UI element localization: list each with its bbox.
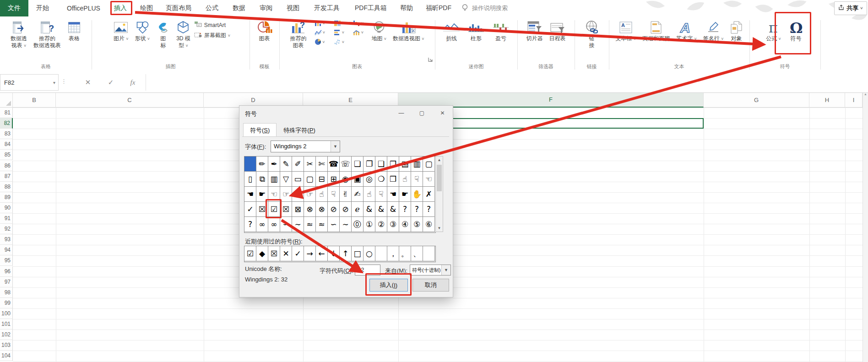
symbol-cell[interactable]: ⧉ [256,172,268,187]
recent-symbol-cell[interactable]: ↑ [340,246,352,261]
recent-symbol-cell[interactable]: 。 [399,246,411,261]
formula-input[interactable] [146,74,868,91]
symbol-cell[interactable]: ☛ [399,187,411,202]
symbol-cell[interactable]: ∽ [328,217,340,232]
row-header-101[interactable]: 101 [0,319,13,330]
menu-item-9[interactable]: 视图 [287,0,299,16]
row-header-103[interactable]: 103 [0,340,13,351]
dialog-launcher-icon[interactable] [428,57,433,63]
symbol-cell[interactable]: ⊘ [328,202,340,217]
header-footer-button[interactable]: 页眉和页脚 [640,18,673,43]
symbol-cell[interactable]: ❍ [375,172,387,187]
text-box-button[interactable]: A文本框 ˅ [613,18,639,43]
scroll-down-icon[interactable]: ▼ [436,226,443,230]
waterfall-chart-button[interactable]: ˅ [348,20,368,27]
symbol-cell[interactable]: ▽ [280,172,292,187]
symbol-cell[interactable]: ⊟ [316,172,328,187]
recent-symbol-cell[interactable]: ○ [363,246,375,261]
row-header-96[interactable]: 96 [0,266,13,277]
symbol-cell[interactable]: ☚ [387,187,399,202]
symbol-cell[interactable]: ▢ [423,157,435,172]
maximize-icon[interactable]: ▢ [412,106,432,120]
wordart-button[interactable]: A艺术字 ˅ [673,18,700,43]
chart-templates-button[interactable]: 图表 [254,18,275,43]
row-header-92[interactable]: 92 [0,224,13,234]
symbol-cell[interactable]: ❒ [387,172,399,187]
symbol-cell[interactable]: ✒ [268,157,280,172]
line-chart-button[interactable]: ˅ [310,29,329,36]
symbol-cell[interactable]: ▤ [399,157,411,172]
menu-item-file[interactable]: 文件 [0,0,28,16]
symbol-cell[interactable]: ☜ [268,187,280,202]
row-header-95[interactable]: 95 [0,255,13,266]
row-header-83[interactable]: 83 [0,129,13,139]
tell-me-search[interactable]: 操作说明搜索 [461,0,508,16]
recent-symbol-cell[interactable]: ◆ [256,246,268,261]
recent-symbol-cell[interactable]: → [304,246,316,261]
symbol-cell[interactable]: ☜ [292,187,304,202]
row-header-86[interactable]: 86 [0,161,13,171]
bar-chart-button[interactable]: ˅ [329,29,348,36]
symbol-cell[interactable]: ℯ [352,202,363,217]
symbol-cell[interactable]: ☟ [411,172,423,187]
symbol-cell[interactable] [244,157,256,172]
symbol-cell[interactable]: ∼ [292,217,304,232]
symbol-cell[interactable]: ☝ [399,172,411,187]
symbol-cell[interactable]: ▭ [292,172,304,187]
row-header-94[interactable]: 94 [0,245,13,255]
symbol-cell[interactable]: ⓪ [352,217,363,232]
maps-button[interactable]: 地图 ˅ [369,18,389,43]
symbol-cell[interactable]: ☝ [363,187,375,202]
symbol-cell[interactable]: ∽ [280,217,292,232]
row-header-98[interactable]: 98 [0,287,13,298]
font-combobox[interactable]: Wingdings 2 ▼ [271,140,340,152]
insert-function-icon[interactable]: fx [124,74,142,91]
symbol-cell[interactable]: ☟ [328,187,340,202]
menu-item-2[interactable]: OfficePLUS [67,0,100,16]
symbol-cell[interactable]: ① [363,217,375,232]
symbol-cell[interactable]: ✏ [256,157,268,172]
symbol-cell[interactable]: & [375,202,387,217]
column-chart-button[interactable]: ˅ [310,20,329,27]
symbol-cell[interactable]: ⑤ [411,217,423,232]
row-header-88[interactable]: 88 [0,182,13,192]
pivot-table-button[interactable]: 数据透视表 ˅ [8,18,30,50]
boxed-check-symbol-cell[interactable]: ☑ [268,202,280,217]
recent-symbol-cell[interactable]: 、 [411,246,423,261]
symbol-cell[interactable]: ✓ [244,202,256,217]
minimize-icon[interactable]: — [391,106,412,120]
symbol-cell[interactable]: ⊗ [316,202,328,217]
menu-item-3[interactable]: 插入 [114,0,127,16]
symbol-cell[interactable]: ☏ [340,157,352,172]
name-box-dropdown-icon[interactable]: ▾ [53,80,55,85]
link-button[interactable]: 链接 [582,18,602,50]
column-header-C[interactable]: C [56,92,204,108]
symbol-cell[interactable]: ▣ [352,172,363,187]
share-button[interactable]: 共享 ˅ [834,1,867,15]
menu-item-6[interactable]: 公式 [206,0,218,16]
symbol-cell[interactable]: ? [423,202,435,217]
symbol-cell[interactable]: ☎ [328,157,340,172]
symbol-cell[interactable]: & [363,202,375,217]
symbol-cell[interactable]: ❐ [363,157,375,172]
menu-item-7[interactable]: 数据 [233,0,245,16]
vertical-scrollbar[interactable]: ▲ [863,92,868,362]
symbol-cell[interactable]: ② [375,217,387,232]
char-code-input[interactable]: 32 [355,265,380,276]
recommended-pivot-tables-button[interactable]: ?推荐的数据透视表 [31,18,64,50]
line-sparkline-button[interactable]: 折线 [439,18,463,43]
recent-symbol-cell[interactable] [375,246,387,261]
symbol-cell[interactable]: ⊗ [304,202,316,217]
recent-symbol-cell[interactable]: ， [387,246,399,261]
recent-symbol-cell[interactable]: ✓ [292,246,304,261]
recommended-charts-button[interactable]: ?推荐的图表 [287,18,309,50]
equation-button[interactable]: π公式 ˅ [763,18,784,43]
symbol-cell[interactable]: ④ [399,217,411,232]
formula-bar-resize-handle[interactable]: ⋮ [61,78,67,85]
confirm-entry-icon[interactable]: ✓ [102,74,120,91]
symbol-cell[interactable]: ✍ [352,187,363,202]
recent-symbol-cell[interactable]: □ [352,246,363,261]
timeline-button[interactable]: 日程表 [547,18,569,43]
row-header-85[interactable]: 85 [0,150,13,160]
symbol-cell[interactable]: ☜ [423,172,435,187]
